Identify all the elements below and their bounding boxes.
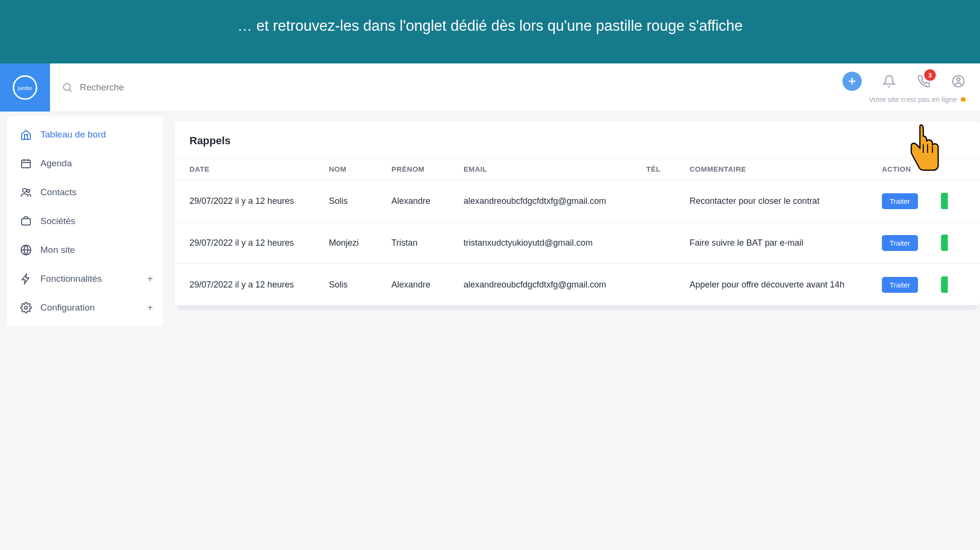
header-right: 3 Votre site n'est pas en ligne — [842, 63, 980, 112]
logo-icon: jumbo — [11, 73, 39, 102]
search-input[interactable] — [80, 82, 272, 93]
table-row: 29/07/2022 il y a 12 heuresMonjeziTrista… — [174, 222, 980, 264]
gear-icon — [20, 302, 32, 313]
table-row: 29/07/2022 il y a 12 heuresSolisAlexandr… — [174, 264, 980, 306]
cell-prenom: Alexandre — [376, 180, 448, 222]
sidebar: Tableau de bord Agenda Contacts Sociétés… — [7, 116, 163, 326]
th-comment: COMMENTAIRE — [674, 158, 867, 180]
calendar-icon — [20, 158, 32, 169]
expand-icon: + — [147, 274, 153, 285]
main-content: Rappels DATE NOM PRÉNOM EMAIL TÉL COMMEN… — [163, 112, 980, 326]
table-row: 29/07/2022 il y a 12 heuresSolisAlexandr… — [174, 180, 980, 222]
th-nom: NOM — [314, 158, 376, 180]
th-prenom: PRÉNOM — [376, 158, 448, 180]
cell-email: alexandreoubcfdgcfdtxfg@gmail.com — [448, 180, 631, 222]
sidebar-item-dashboard[interactable]: Tableau de bord — [7, 120, 163, 149]
sidebar-item-label: Fonctionnalités — [40, 274, 102, 284]
sidebar-item-label: Configuration — [40, 302, 95, 313]
process-button[interactable]: Traiter — [882, 235, 918, 251]
bolt-icon — [20, 273, 32, 285]
cell-action: Traiter — [867, 222, 980, 264]
add-button[interactable] — [842, 72, 862, 91]
tutorial-banner: … et retrouvez-les dans l'onglet dédié d… — [0, 0, 980, 63]
card-shadow — [177, 305, 977, 310]
profile-button[interactable] — [951, 74, 966, 88]
sidebar-item-label: Mon site — [40, 245, 75, 255]
app-header: jumbo 3 Votre site n'est pas en ligne — [0, 63, 980, 112]
cell-email: tristanxudctyukioyutd@gmail.com — [448, 222, 631, 264]
cell-date: 29/07/2022 il y a 12 heures — [174, 264, 314, 306]
card-title: Rappels — [174, 121, 980, 158]
th-email: EMAIL — [448, 158, 631, 180]
cell-date: 29/07/2022 il y a 12 heures — [174, 180, 314, 222]
bell-icon — [882, 75, 896, 88]
status-dot-icon — [961, 97, 966, 102]
cell-action: Traiter — [867, 264, 980, 306]
notifications-button[interactable] — [882, 74, 896, 88]
th-date: DATE — [174, 158, 314, 180]
svg-point-12 — [23, 188, 26, 192]
process-button[interactable]: Traiter — [882, 193, 918, 209]
sidebar-item-companies[interactable]: Sociétés — [7, 207, 163, 236]
cell-prenom: Alexandre — [376, 264, 448, 306]
th-action: ACTION — [867, 158, 980, 180]
sidebar-item-contacts[interactable]: Contacts — [7, 178, 163, 207]
briefcase-icon — [20, 215, 32, 227]
secondary-action-button[interactable] — [941, 276, 948, 293]
svg-point-2 — [63, 84, 70, 90]
svg-line-3 — [70, 90, 72, 92]
cell-tel — [631, 222, 674, 264]
logo[interactable]: jumbo — [0, 63, 50, 112]
site-status: Votre site n'est pas en ligne — [869, 95, 966, 106]
calls-button[interactable]: 3 — [917, 74, 931, 88]
svg-point-17 — [25, 306, 27, 309]
sidebar-item-label: Sociétés — [40, 216, 75, 226]
sidebar-item-label: Tableau de bord — [40, 129, 106, 140]
cell-action: Traiter — [867, 180, 980, 222]
banner-text: … et retrouvez-les dans l'onglet dédié d… — [237, 17, 742, 34]
secondary-action-button[interactable] — [941, 235, 948, 251]
cell-nom: Monjezi — [314, 222, 376, 264]
th-tel: TÉL — [631, 158, 674, 180]
cell-prenom: Tristan — [376, 222, 448, 264]
svg-text:jumbo: jumbo — [17, 85, 32, 91]
cell-nom: Solis — [314, 264, 376, 306]
svg-point-13 — [27, 189, 30, 192]
cell-tel — [631, 264, 674, 306]
expand-icon: + — [147, 302, 153, 313]
cell-comment: Appeler pour offre découverte avant 14h — [674, 264, 867, 306]
sidebar-item-mysite[interactable]: Mon site — [7, 236, 163, 264]
cell-date: 29/07/2022 il y a 12 heures — [174, 222, 314, 264]
users-icon — [20, 187, 32, 198]
cell-tel — [631, 180, 674, 222]
search-area — [50, 63, 842, 112]
sidebar-item-agenda[interactable]: Agenda — [7, 149, 163, 178]
sidebar-item-features[interactable]: Fonctionnalités + — [7, 264, 163, 293]
sidebar-item-label: Agenda — [40, 158, 72, 169]
cell-comment: Recontacter pour closer le contrat — [674, 180, 867, 222]
calls-badge: 3 — [924, 69, 936, 81]
svg-rect-14 — [22, 219, 30, 225]
sidebar-item-config[interactable]: Configuration + — [7, 293, 163, 322]
secondary-action-button[interactable] — [941, 193, 948, 209]
status-label: Votre site n'est pas en ligne — [869, 95, 957, 103]
search-icon — [62, 82, 73, 93]
svg-point-7 — [957, 78, 960, 81]
user-circle-icon — [952, 75, 965, 88]
cell-nom: Solis — [314, 180, 376, 222]
globe-icon — [20, 244, 32, 256]
plus-icon — [847, 76, 857, 86]
sidebar-item-label: Contacts — [40, 187, 76, 198]
process-button[interactable]: Traiter — [882, 277, 918, 293]
reminders-card: Rappels DATE NOM PRÉNOM EMAIL TÉL COMMEN… — [174, 121, 980, 305]
home-icon — [20, 129, 32, 140]
svg-rect-8 — [22, 160, 30, 168]
cell-comment: Faire suivre le BAT par e-mail — [674, 222, 867, 264]
reminders-table: DATE NOM PRÉNOM EMAIL TÉL COMMENTAIRE AC… — [174, 158, 980, 305]
cell-email: alexandreoubcfdgcfdtxfg@gmail.com — [448, 264, 631, 306]
